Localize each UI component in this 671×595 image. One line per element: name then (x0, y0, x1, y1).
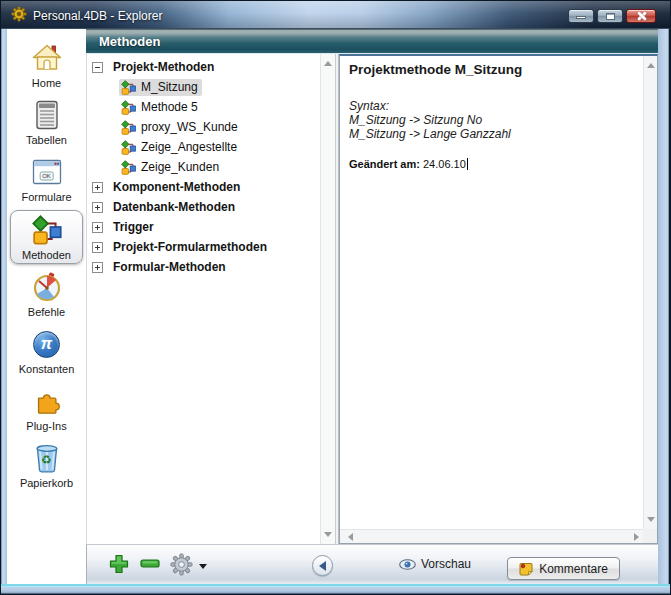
tables-icon (35, 99, 59, 131)
expand-icon[interactable] (92, 182, 103, 193)
tree-section-label: Datenbank-Methoden (113, 200, 235, 214)
tree-item-zeige-kunden[interactable]: Zeige_Kunden (87, 157, 335, 177)
sidebar: Home Tabellen (7, 29, 86, 584)
method-label: Methode 5 (141, 100, 198, 114)
scroll-left-icon[interactable] (348, 533, 353, 541)
pi-icon: π (33, 328, 60, 360)
plus-icon (109, 554, 129, 574)
vorschau-label: Vorschau (421, 557, 471, 571)
window-border-right (658, 29, 670, 584)
remove-method-button[interactable] (140, 559, 160, 568)
sidebar-item-befehle[interactable]: Befehle (7, 266, 86, 323)
tree-section-datenbank-methoden[interactable]: Datenbank-Methoden (87, 197, 335, 217)
method-tree: Projekt-Methoden M_Sitzung (86, 54, 335, 544)
explorer-window: Personal.4DB - Explorer Home (0, 0, 671, 595)
window-border-bottom (1, 584, 670, 594)
method-icon (121, 80, 136, 95)
scroll-up-icon[interactable] (324, 61, 332, 66)
scroll-up-icon[interactable] (647, 63, 655, 68)
sidebar-item-papierkorb[interactable]: ♻ Papierkorb (7, 437, 86, 494)
tree-item-m-sitzung[interactable]: M_Sitzung (87, 77, 335, 97)
detail-horizontal-scrollbar[interactable] (340, 529, 643, 543)
sidebar-label: Home (32, 77, 61, 89)
expand-icon[interactable] (92, 242, 103, 253)
chevron-left-icon (319, 561, 326, 571)
bottom-toolbar: Vorschau Kommentare (86, 544, 658, 584)
sidebar-item-formulare[interactable]: OK Formulare (7, 151, 86, 208)
sidebar-label: Methoden (22, 249, 71, 261)
scroll-down-icon[interactable] (647, 517, 655, 522)
minus-icon (140, 559, 160, 568)
chevron-down-icon (199, 564, 207, 569)
expand-icon[interactable] (92, 222, 103, 233)
sidebar-item-tabellen[interactable]: Tabellen (7, 94, 86, 151)
sidebar-label: Papierkorb (20, 477, 73, 489)
tree-section-projekt-formularmethoden[interactable]: Projekt-Formularmethoden (87, 237, 335, 257)
syntax-label: Syntax: (349, 99, 634, 113)
tree-item-zeige-angestellte[interactable]: Zeige_Angestellte (87, 137, 335, 157)
tree-scrollbar[interactable] (320, 54, 335, 544)
syntax-line: M_Sitzung -> Sitzung No (349, 113, 634, 127)
method-label: Zeige_Kunden (141, 160, 219, 174)
scroll-down-icon[interactable] (324, 532, 332, 537)
add-method-button[interactable] (109, 554, 129, 574)
sidebar-item-konstanten[interactable]: π Konstanten (7, 323, 86, 380)
close-button[interactable] (626, 9, 656, 23)
collapse-pane-button[interactable] (312, 555, 333, 576)
expand-icon[interactable] (92, 262, 103, 273)
kommentare-button[interactable]: Kommentare (507, 557, 620, 580)
method-icon (121, 140, 136, 155)
app-gear-icon (11, 6, 27, 26)
form-ok-label: OK (39, 171, 54, 180)
sidebar-item-home[interactable]: Home (7, 37, 86, 94)
sidebar-item-methoden[interactable]: Methoden (10, 210, 83, 264)
modified-label: Geändert am: (349, 158, 420, 170)
flowchart-icon (32, 214, 62, 246)
tree-section-label: Projekt-Formularmethoden (113, 240, 267, 254)
tree-section-label: Trigger (113, 220, 154, 234)
maximize-button[interactable] (597, 9, 623, 23)
tree-section-label: Komponent-Methoden (113, 180, 240, 194)
method-label: proxy_WS_Kunde (141, 120, 238, 134)
sidebar-label: Tabellen (26, 134, 67, 146)
tree-section-trigger[interactable]: Trigger (87, 217, 335, 237)
trash-icon: ♻ (34, 442, 60, 474)
modified-line: Geändert am: 24.06.10 (349, 158, 634, 170)
sidebar-label: Befehle (28, 306, 65, 318)
method-detail-panel: Projektmethode M_Sitzung Syntax: M_Sitzu… (339, 54, 658, 544)
tree-section-komponent-methoden[interactable]: Komponent-Methoden (87, 177, 335, 197)
vorschau-toggle[interactable]: Vorschau (399, 557, 471, 571)
tree-section-formular-methoden[interactable]: Formular-Methoden (87, 257, 335, 277)
sidebar-item-plugins[interactable]: Plug-Ins (7, 380, 86, 437)
panel-header: Methoden (86, 29, 658, 54)
panel-title: Methoden (99, 34, 160, 49)
sidebar-label: Plug-Ins (26, 420, 66, 432)
method-comment-area[interactable]: Projektmethode M_Sitzung Syntax: M_Sitzu… (340, 56, 643, 529)
minimize-button[interactable] (568, 9, 594, 23)
form-window-icon: OK (32, 156, 62, 188)
sticky-note-icon (519, 562, 533, 576)
scroll-right-icon[interactable] (634, 533, 639, 541)
method-options-button[interactable] (170, 553, 207, 576)
tree-section-projekt-methoden[interactable]: Projekt-Methoden (87, 57, 335, 77)
detail-title: Projektmethode M_Sitzung (349, 62, 634, 77)
close-icon (636, 11, 647, 22)
recycle-icon: ♻ (41, 453, 52, 467)
collapse-icon[interactable] (92, 62, 103, 73)
maximize-icon (606, 13, 615, 20)
compass-icon (32, 271, 62, 303)
minimize-icon (576, 16, 586, 19)
tree-section-label: Projekt-Methoden (113, 60, 214, 74)
pi-glyph: π (33, 331, 60, 358)
method-label: Zeige_Angestellte (141, 140, 237, 154)
tree-item-methode-5[interactable]: Methode 5 (87, 97, 335, 117)
titlebar[interactable]: Personal.4DB - Explorer (1, 1, 670, 29)
puzzle-icon (32, 385, 62, 417)
detail-vertical-scrollbar[interactable] (643, 56, 657, 529)
expand-icon[interactable] (92, 202, 103, 213)
tree-item-proxy-ws-kunde[interactable]: proxy_WS_Kunde (87, 117, 335, 137)
method-icon (121, 120, 136, 135)
sidebar-label: Konstanten (19, 363, 75, 375)
text-cursor (467, 158, 468, 170)
home-icon (32, 42, 62, 74)
